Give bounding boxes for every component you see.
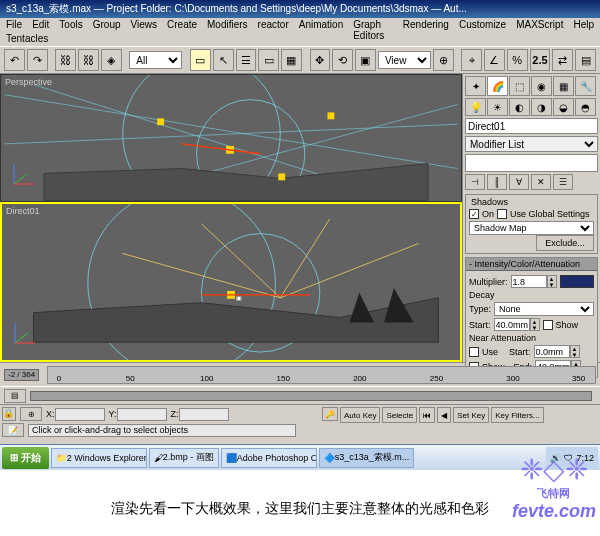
select-name-button[interactable]: ☰ (236, 49, 257, 71)
x-input[interactable] (55, 408, 105, 421)
menu-grapheditors[interactable]: Graph Editors (353, 19, 393, 32)
menu-rendering[interactable]: Rendering (403, 19, 449, 32)
multiplier-input[interactable] (511, 275, 547, 288)
move-button[interactable]: ✥ (310, 49, 331, 71)
intensity-header[interactable]: - Intensity/Color/Attenuation (466, 258, 597, 271)
configure-button[interactable]: ☰ (553, 174, 573, 190)
taskbar-item-3dsmax[interactable]: 🔷 s3_c13a_索模.m... (319, 448, 415, 468)
hierarchy-tab[interactable]: ⬚ (509, 76, 530, 96)
rotate-button[interactable]: ⟲ (332, 49, 353, 71)
unlink-button[interactable]: ⛓ (78, 49, 99, 71)
near-use-checkbox[interactable] (469, 347, 479, 357)
menu-file[interactable]: File (6, 19, 22, 32)
keymode-button[interactable]: 🔑 (322, 407, 338, 421)
windows-logo-icon: ⊞ (10, 452, 18, 463)
percent-snap-button[interactable]: % (507, 49, 528, 71)
motion-tab[interactable]: ◉ (531, 76, 552, 96)
sub-light-tab[interactable]: 💡 (465, 98, 486, 116)
menu-edit[interactable]: Edit (32, 19, 49, 32)
show-end-button[interactable]: ║ (487, 174, 507, 190)
taskbar-item-paint[interactable]: 🖌 2.bmp - 画图 (149, 448, 219, 468)
pin-stack-button[interactable]: ⊣ (465, 174, 485, 190)
menu-help[interactable]: Help (573, 19, 594, 32)
exclude-button[interactable]: Exclude... (536, 235, 594, 251)
track-bar-track[interactable] (30, 391, 592, 401)
ref-coord-dropdown[interactable]: View (378, 51, 431, 69)
link-button[interactable]: ⛓ (55, 49, 76, 71)
menu-tools[interactable]: Tools (59, 19, 82, 32)
undo-button[interactable]: ↶ (4, 49, 25, 71)
menu-customize[interactable]: Customize (459, 19, 506, 32)
decay-start-input[interactable] (494, 318, 530, 331)
near-start-input[interactable] (534, 345, 570, 358)
decay-type-dropdown[interactable]: None (494, 302, 594, 316)
shadow-type-dropdown[interactable]: Shadow Map (469, 221, 594, 235)
play-prev-button[interactable]: ◀ (437, 407, 451, 423)
abs-rel-button[interactable]: ⊕ (20, 407, 42, 421)
menu-modifiers[interactable]: Modifiers (207, 19, 248, 32)
mirror-button[interactable]: ⇄ (552, 49, 573, 71)
menu-group[interactable]: Group (93, 19, 121, 32)
light-color-swatch[interactable] (560, 275, 594, 288)
snap-button[interactable]: ⌖ (461, 49, 482, 71)
menu-animation[interactable]: Animation (299, 19, 343, 32)
script-button[interactable]: 📝 (2, 423, 24, 437)
select-arrow-button[interactable]: ↖ (213, 49, 234, 71)
autokey-button[interactable]: Auto Key (340, 407, 380, 423)
menu-views[interactable]: Views (131, 19, 158, 32)
modifier-stack[interactable] (465, 154, 598, 172)
menu-reactor[interactable]: reactor (258, 19, 289, 32)
redo-button[interactable]: ↷ (27, 49, 48, 71)
utilities-tab[interactable]: 🔧 (575, 76, 596, 96)
taskbar-item-explorer[interactable]: 📁 2 Windows Explorer (51, 448, 147, 468)
decay-start-spinner[interactable]: ▲▼ (530, 318, 540, 331)
select-button[interactable]: ▭ (190, 49, 211, 71)
play-start-button[interactable]: ⏮ (419, 407, 435, 423)
taskbar-item-photoshop[interactable]: 🟦 Adobe Photoshop C... (221, 448, 317, 468)
selection-set-dropdown[interactable]: Selecte (382, 407, 417, 423)
make-unique-button[interactable]: ∀ (509, 174, 529, 190)
menu-bar: File Edit Tools Group Views Create Modif… (0, 18, 600, 33)
modify-tab[interactable]: 🌈 (487, 76, 508, 96)
viewport-direct01[interactable]: Direct01 ▣ (0, 202, 462, 362)
near-start-spinner[interactable]: ▲▼ (570, 345, 580, 358)
sub-tab-3[interactable]: ◐ (509, 98, 530, 116)
keyfilters-button[interactable]: Key Filters... (491, 407, 543, 423)
menu-maxscript[interactable]: MAXScript (516, 19, 563, 32)
bind-button[interactable]: ◈ (101, 49, 122, 71)
remove-mod-button[interactable]: ✕ (531, 174, 551, 190)
display-tab[interactable]: ▦ (553, 76, 574, 96)
prompt-line: Click or click-and-drag to select object… (28, 424, 296, 437)
time-slider[interactable]: -2 / 364 0 50 100 150 200 250 300 350 (0, 362, 600, 386)
shadows-on-checkbox[interactable]: ✓ (469, 209, 479, 219)
start-button[interactable]: ⊞ 开始 (2, 447, 49, 469)
viewport-perspective[interactable]: Perspective (0, 74, 462, 202)
select-region-button[interactable]: ▭ (258, 49, 279, 71)
global-settings-checkbox[interactable] (497, 209, 507, 219)
spinner-snap-button[interactable]: 2.5 (530, 49, 551, 71)
sub-tab-2[interactable]: ☀ (487, 98, 508, 116)
object-name-input[interactable] (465, 118, 598, 134)
svg-line-10 (182, 144, 261, 154)
window-crossing-button[interactable]: ▦ (281, 49, 302, 71)
y-input[interactable] (117, 408, 167, 421)
trackbar-toggle-button[interactable]: ▤ (4, 389, 26, 403)
scale-button[interactable]: ▣ (355, 49, 376, 71)
z-input[interactable] (179, 408, 229, 421)
create-tab[interactable]: ✦ (465, 76, 486, 96)
menu-create[interactable]: Create (167, 19, 197, 32)
timeline-ruler[interactable]: 0 50 100 150 200 250 300 350 (47, 366, 596, 384)
multiplier-spinner[interactable]: ▲▼ (547, 275, 557, 288)
modifier-list-dropdown[interactable]: Modifier List (465, 136, 598, 152)
sub-tab-4[interactable]: ◑ (531, 98, 552, 116)
selection-filter-dropdown[interactable]: All (129, 51, 182, 69)
lock-selection-button[interactable]: 🔒 (2, 407, 16, 421)
pivot-button[interactable]: ⊕ (433, 49, 454, 71)
setkey-button[interactable]: Set Key (453, 407, 489, 423)
align-button[interactable]: ▤ (575, 49, 596, 71)
decay-show-checkbox[interactable] (543, 320, 553, 330)
sub-tab-5[interactable]: ◒ (553, 98, 574, 116)
sub-tab-6[interactable]: ◓ (575, 98, 596, 116)
angle-snap-button[interactable]: ∠ (484, 49, 505, 71)
menu-tentacles[interactable]: Tentacles (6, 33, 48, 44)
